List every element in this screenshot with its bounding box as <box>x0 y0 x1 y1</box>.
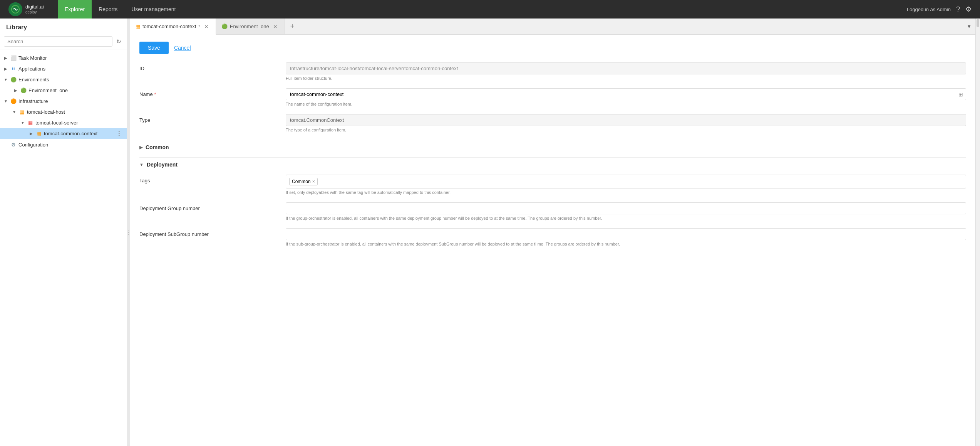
name-label: Name * <box>139 88 286 97</box>
deployment-group-input[interactable] <box>286 202 966 214</box>
common-chevron-icon: ▶ <box>139 145 142 150</box>
infrastructure-label: Infrastructure <box>18 98 124 104</box>
chevron-down-icon: ▼ <box>3 77 8 82</box>
field-tags: Tags Common × If set, only deployables w… <box>139 175 966 195</box>
tag-label: Common <box>292 179 311 184</box>
sidebar-search-area: ↻ <box>0 34 127 49</box>
sidebar-item-environment-one[interactable]: ▶ 🟢 Environment_one <box>0 85 127 96</box>
tomcat-local-server-label: tomcat-local-server <box>35 120 124 126</box>
tab-expand-button[interactable]: ▼ <box>963 19 975 34</box>
cancel-button[interactable]: Cancel <box>174 45 191 51</box>
help-icon[interactable]: ? <box>956 5 960 13</box>
sidebar-item-infrastructure[interactable]: ▼ 🟠 Infrastructure <box>0 96 127 106</box>
tags-input[interactable]: Common × <box>286 175 966 188</box>
deployment-group-content: If the group-orchestrator is enabled, al… <box>286 202 966 220</box>
sidebar: Library ↻ ▶ ⬜ Task Monitor ▶ ⠿ Applicati… <box>0 19 127 446</box>
field-name: Name * ⊞ The name of the configuration i… <box>139 88 966 106</box>
id-content: Full item folder structure. <box>286 62 966 81</box>
deployment-group-hint: If the group-orchestrator is enabled, al… <box>286 216 966 220</box>
id-input <box>286 62 966 74</box>
env-icon: 🟢 <box>10 76 17 83</box>
logo-icon <box>8 2 22 16</box>
scrollbar-thumb[interactable] <box>977 19 979 27</box>
sidebar-item-task-monitor[interactable]: ▶ ⬜ Task Monitor <box>0 52 127 63</box>
tags-content: Common × If set, only deployables with t… <box>286 175 966 195</box>
applications-label: Applications <box>18 66 124 72</box>
field-deployment-subgroup: Deployment SubGroup number If the sub-gr… <box>139 228 966 246</box>
sidebar-item-tomcat-local-host[interactable]: ▼ ▦ tomcat-local-host <box>0 106 127 117</box>
tab-tomcat-common-context[interactable]: ▦ tomcat-common-context * ✕ <box>130 19 216 35</box>
tab-close-1[interactable]: ✕ <box>203 23 210 30</box>
form-area: Save Cancel ID Full item folder structur… <box>130 35 975 446</box>
type-label: Type <box>139 114 286 123</box>
logo-text: digital.ai deploy <box>25 4 44 15</box>
deployment-chevron-icon: ▼ <box>139 162 144 167</box>
main-layout: Library ↻ ▶ ⬜ Task Monitor ▶ ⠿ Applicati… <box>0 19 980 446</box>
id-hint: Full item folder structure. <box>286 76 966 81</box>
nav-user-management[interactable]: User management <box>124 0 183 19</box>
search-input[interactable] <box>4 36 112 47</box>
sidebar-item-configuration[interactable]: ⚙ Configuration <box>0 139 127 150</box>
infra-icon: 🟠 <box>10 98 17 104</box>
type-input <box>286 114 966 126</box>
nav-explorer[interactable]: Explorer <box>58 0 92 19</box>
common-section-header[interactable]: ▶ Common <box>139 140 966 154</box>
field-type: Type The type of a configuration item. <box>139 114 966 132</box>
chevron-down-icon: ▼ <box>20 121 25 125</box>
chevron-down-icon: ▼ <box>12 110 17 114</box>
logo-subtext: deploy <box>25 10 44 15</box>
refresh-button[interactable]: ↻ <box>115 37 123 47</box>
sidebar-item-environments[interactable]: ▼ 🟢 Environments <box>0 74 127 85</box>
name-input-wrapper: ⊞ <box>286 88 966 100</box>
tab-label-1: tomcat-common-context <box>142 24 196 29</box>
deployment-subgroup-input[interactable] <box>286 228 966 240</box>
tab-spacer <box>300 19 963 34</box>
monitor-icon: ⬜ <box>10 54 17 61</box>
environment-one-label: Environment_one <box>28 88 124 93</box>
sidebar-title: Library <box>0 19 127 34</box>
field-deployment-group: Deployment Group number If the group-orc… <box>139 202 966 220</box>
context-menu-icon[interactable]: ⋮ <box>114 130 124 137</box>
tab-label-2: Environment_one <box>230 24 269 29</box>
deployment-section-header[interactable]: ▼ Deployment <box>139 157 966 172</box>
nav-reports[interactable]: Reports <box>92 0 124 19</box>
env-one-icon: 🟢 <box>20 87 27 94</box>
tab-bar: ▦ tomcat-common-context * ✕ 🟢 Environmen… <box>130 19 975 35</box>
resize-divider[interactable]: ⋮ <box>127 19 130 446</box>
settings-icon[interactable]: ⚙ <box>965 5 972 13</box>
save-button[interactable]: Save <box>139 42 169 54</box>
tomcat-server-icon: ▦ <box>27 119 34 126</box>
tags-label: Tags <box>139 175 286 183</box>
field-id: ID Full item folder structure. <box>139 62 966 81</box>
modified-indicator: * <box>198 24 200 29</box>
tag-remove-button[interactable]: × <box>312 179 315 184</box>
task-monitor-label: Task Monitor <box>18 55 124 61</box>
main-content: ▦ tomcat-common-context * ✕ 🟢 Environmen… <box>130 19 975 446</box>
tomcat-common-context-label: tomcat-common-context <box>44 131 113 136</box>
tomcat-host-icon: ▦ <box>18 108 25 115</box>
tab-icon-1: ▦ <box>136 24 140 29</box>
environments-label: Environments <box>18 77 124 82</box>
tab-environment-one[interactable]: 🟢 Environment_one ✕ <box>216 19 285 34</box>
top-navigation: digital.ai deploy Explorer Reports User … <box>0 0 980 19</box>
required-indicator: * <box>154 91 156 97</box>
sidebar-item-tomcat-local-server[interactable]: ▼ ▦ tomcat-local-server <box>0 117 127 128</box>
logged-in-status: Logged in as Admin <box>907 7 951 12</box>
edit-icon: ⊞ <box>958 91 963 98</box>
deployment-section-label: Deployment <box>147 162 178 168</box>
common-section-label: Common <box>146 144 169 150</box>
name-input[interactable] <box>286 88 966 100</box>
type-hint: The type of a configuration item. <box>286 128 966 132</box>
add-tab-button[interactable]: + <box>285 19 300 34</box>
sidebar-item-tomcat-common-context[interactable]: ▶ ▦ tomcat-common-context ⋮ <box>0 128 127 139</box>
name-content: ⊞ The name of the configuration item. <box>286 88 966 106</box>
chevron-right-icon: ▶ <box>28 131 34 136</box>
tab-close-2[interactable]: ✕ <box>271 23 279 30</box>
tomcat-context-icon: ▦ <box>35 130 42 137</box>
action-bar: Save Cancel <box>139 42 966 54</box>
sidebar-item-applications[interactable]: ▶ ⠿ Applications <box>0 63 127 74</box>
right-scrollbar[interactable] <box>975 19 980 446</box>
configuration-label: Configuration <box>18 142 124 148</box>
nav-right: Logged in as Admin ? ⚙ <box>907 5 976 13</box>
tags-hint: If set, only deployables with the same t… <box>286 190 966 195</box>
